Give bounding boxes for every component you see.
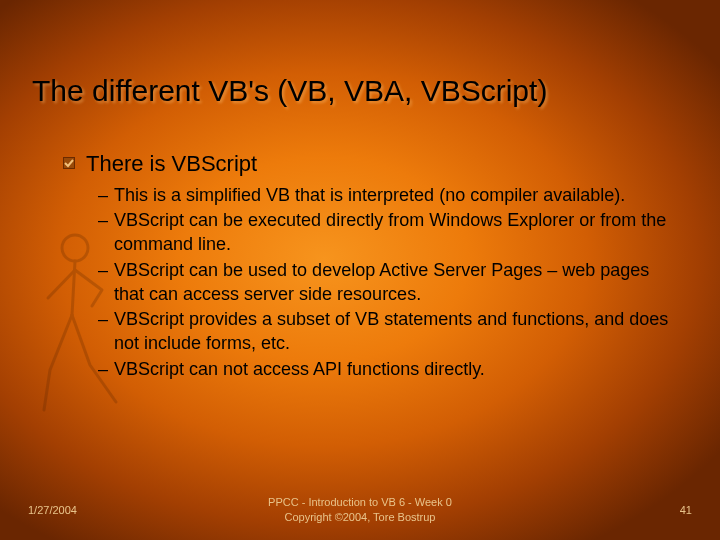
slide-footer: 1/27/2004 PPCC - Introduction to VB 6 - … bbox=[0, 492, 720, 524]
sub-bullet-text: VBScript can be used to develop Active S… bbox=[114, 259, 672, 307]
sub-bullet: – VBScript provides a subset of VB state… bbox=[98, 308, 672, 356]
bullet-square-icon bbox=[62, 156, 76, 170]
dash-icon: – bbox=[98, 308, 114, 331]
sub-bullet-text: VBScript provides a subset of VB stateme… bbox=[114, 308, 672, 356]
dash-icon: – bbox=[98, 259, 114, 282]
footer-line1: PPCC - Introduction to VB 6 - Week 0 bbox=[0, 495, 720, 509]
sub-bullet: – VBScript can be executed directly from… bbox=[98, 209, 672, 257]
slide-title: The different VB's (VB, VBA, VBScript) bbox=[32, 74, 688, 108]
dash-icon: – bbox=[98, 209, 114, 232]
sub-bullet: – VBScript can not access API functions … bbox=[98, 358, 672, 382]
bullet-level1: There is VBScript bbox=[62, 150, 672, 178]
sublist: – This is a simplified VB that is interp… bbox=[98, 184, 672, 382]
sub-bullet-text: VBScript can not access API functions di… bbox=[114, 358, 485, 382]
dash-icon: – bbox=[98, 184, 114, 207]
footer-page-number: 41 bbox=[680, 504, 692, 516]
footer-center: PPCC - Introduction to VB 6 - Week 0 Cop… bbox=[0, 495, 720, 524]
slide: The different VB's (VB, VBA, VBScript) T… bbox=[0, 0, 720, 540]
slide-body: There is VBScript – This is a simplified… bbox=[62, 150, 672, 384]
footer-line2: Copyright ©2004, Tore Bostrup bbox=[0, 510, 720, 524]
bullet-level1-text: There is VBScript bbox=[86, 150, 257, 178]
sub-bullet-text: This is a simplified VB that is interpre… bbox=[114, 184, 625, 208]
dash-icon: – bbox=[98, 358, 114, 381]
sub-bullet-text: VBScript can be executed directly from W… bbox=[114, 209, 672, 257]
sub-bullet: – VBScript can be used to develop Active… bbox=[98, 259, 672, 307]
sub-bullet: – This is a simplified VB that is interp… bbox=[98, 184, 672, 208]
